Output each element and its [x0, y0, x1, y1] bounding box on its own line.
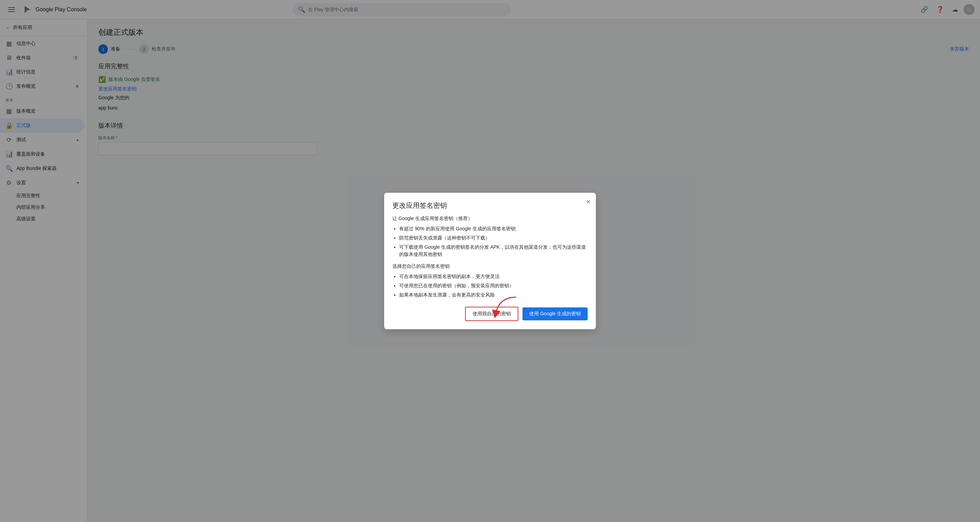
use-google-key-button[interactable]: 使用 Google 生成的密钥: [522, 308, 588, 320]
dialog-footer: 使用我自己的密钥 使用 Google 生成的密钥: [392, 307, 588, 321]
google-bullet-2: 防范密钥丢失或泄露（这种密钥不可下载）: [399, 235, 588, 241]
own-bullet-1: 可在本地保留应用签名密钥的副本，更方便灵活: [399, 273, 588, 280]
google-bullet-3: 可下载使用 Google 生成的密钥签名的分发 APK，以供在其他渠道分发；也可…: [399, 244, 588, 258]
dialog-close-button[interactable]: ×: [586, 198, 590, 205]
google-bullets-list: 有超过 90% 的新应用使用 Google 生成的应用签名密钥 防范密钥丢失或泄…: [392, 225, 588, 258]
own-bullet-2: 可使用您已在使用的密钥（例如，预安装应用的密钥）: [399, 282, 588, 289]
arrow-annotation: [492, 294, 519, 321]
change-signing-dialog: 更改应用签名密钥 × 让 Google 生成应用签名密钥（推荐） 有超过 90%…: [384, 193, 596, 329]
google-section-title: 让 Google 生成应用签名密钥（推荐）: [392, 216, 588, 222]
dialog-overlay: 更改应用签名密钥 × 让 Google 生成应用签名密钥（推荐） 有超过 90%…: [0, 0, 980, 522]
google-bullet-1: 有超过 90% 的新应用使用 Google 生成的应用签名密钥: [399, 225, 588, 232]
dialog-title: 更改应用签名密钥: [392, 201, 588, 210]
own-bullets-list: 可在本地保留应用签名密钥的副本，更方便灵活 可使用您已在使用的密钥（例如，预安装…: [392, 273, 588, 298]
own-section-title: 选择您自己的应用签名密钥: [392, 263, 588, 270]
